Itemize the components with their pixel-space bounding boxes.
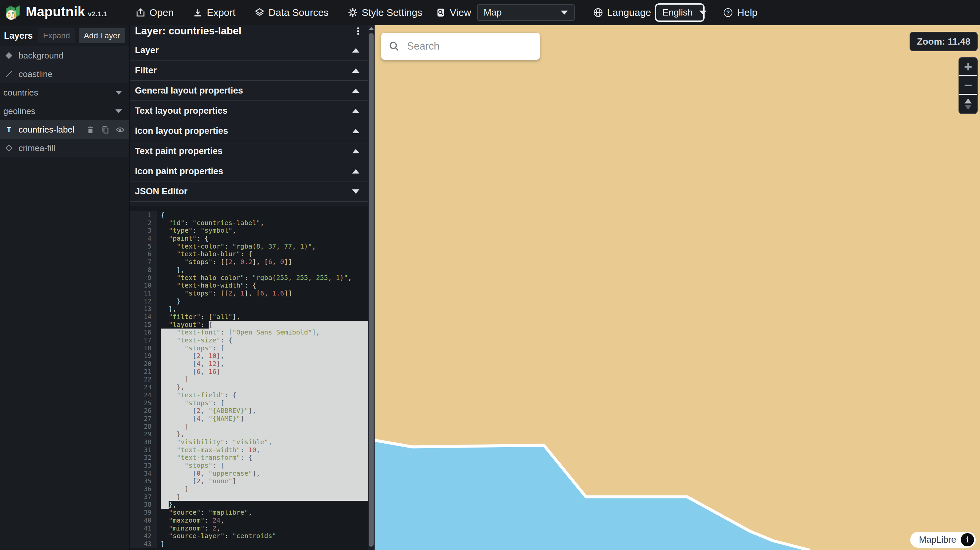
section-icon-paint-properties[interactable]: Icon paint properties xyxy=(130,161,368,181)
duplicate-layer-button[interactable] xyxy=(101,125,110,134)
language-select[interactable]: English xyxy=(655,3,705,22)
menu-item-export[interactable]: Export xyxy=(193,7,235,18)
svg-text:T: T xyxy=(6,125,11,134)
line-number: 26 xyxy=(130,407,157,415)
line-number: 8 xyxy=(130,266,157,274)
chevron-up-icon xyxy=(352,169,360,173)
code-line: 17 "text-size": { xyxy=(130,337,368,344)
language-select-value: English xyxy=(662,7,693,18)
json-editor[interactable]: 1{2 "id": "countries-label",3 "type": "s… xyxy=(130,206,368,550)
section-icon-layout-properties[interactable]: Icon layout properties xyxy=(130,121,368,141)
diamond-fill-icon xyxy=(5,51,13,60)
line-number: 17 xyxy=(130,337,157,344)
line-number: 1 xyxy=(130,211,157,219)
zoom-level-badge: Zoom: 11.48 xyxy=(910,32,978,51)
code-line: 31 "text-max-width": 10, xyxy=(130,446,368,454)
line-number: 21 xyxy=(130,368,157,376)
map-water-shape xyxy=(375,25,980,550)
line-number: 28 xyxy=(130,423,157,431)
pitch-arrows-icon xyxy=(964,99,972,110)
line-number: 39 xyxy=(130,509,157,517)
map-canvas[interactable]: Zoom: 11.48 + − MapLibre i xyxy=(375,25,980,550)
map-zoom-controls: + − xyxy=(959,57,978,114)
inspector-header: Layer: countries-label xyxy=(130,25,368,40)
topbar: Maputnik v2.1.1 OpenExportData SourcesSt… xyxy=(0,0,980,25)
code-line: 26 [2, "{ABBREV}"], xyxy=(130,407,368,415)
layer-item-countries-label[interactable]: Tcountries-label xyxy=(0,120,129,139)
layers-title: Layers xyxy=(4,31,38,41)
layer-item-coastline[interactable]: coastline xyxy=(0,65,129,83)
view-label: View xyxy=(450,7,471,18)
line-number: 31 xyxy=(130,446,157,454)
section-general-layout-properties[interactable]: General layout properties xyxy=(130,81,368,101)
inspector-scrollbar[interactable] xyxy=(368,25,375,550)
chevron-up-icon xyxy=(352,68,360,73)
brand[interactable]: Maputnik v2.1.1 xyxy=(0,4,99,21)
help-item[interactable]: ? Help xyxy=(723,7,757,18)
menu-item-open[interactable]: Open xyxy=(135,7,173,18)
layer-item-label: background xyxy=(19,51,125,61)
view-select-value: Map xyxy=(484,7,501,18)
maputnik-app: Maputnik v2.1.1 OpenExportData SourcesSt… xyxy=(0,0,980,550)
line-number: 40 xyxy=(130,517,157,525)
section-filter[interactable]: Filter xyxy=(130,60,368,81)
section-json-editor[interactable]: JSON Editor xyxy=(130,181,368,202)
scrollbar-up-arrow-icon[interactable] xyxy=(368,25,375,30)
menu-item-style-settings[interactable]: Style Settings xyxy=(348,7,422,18)
section-text-paint-properties[interactable]: Text paint properties xyxy=(130,141,368,161)
layer-item-crimea-fill[interactable]: crimea-fill xyxy=(0,139,129,157)
brand-name: Maputnik xyxy=(26,4,85,19)
line-number: 37 xyxy=(130,493,157,501)
code-line: 25 "stops": [ xyxy=(130,399,368,407)
layer-actions xyxy=(86,125,125,134)
info-icon[interactable]: i xyxy=(961,533,974,546)
search-input[interactable] xyxy=(406,40,533,52)
zoom-in-button[interactable]: + xyxy=(959,58,977,76)
menu-item-data-sources[interactable]: Data Sources xyxy=(255,7,329,18)
language-group: Language English xyxy=(593,3,705,22)
delete-layer-button[interactable] xyxy=(86,125,95,134)
line-number: 12 xyxy=(130,297,157,305)
view-select[interactable]: Map xyxy=(477,4,574,21)
code-line: 41 "minzoom": 2, xyxy=(130,525,368,533)
line-number: 4 xyxy=(130,235,157,243)
section-layer[interactable]: Layer xyxy=(130,40,368,60)
chevron-up-icon xyxy=(352,89,360,93)
code-line: 27 [4, "{NAME}"] xyxy=(130,415,368,423)
line-number: 33 xyxy=(130,462,157,470)
topbar-right: View Map Language English xyxy=(436,3,757,22)
code-line: 43} xyxy=(130,540,368,548)
layer-group-geolines[interactable]: geolines xyxy=(0,102,129,120)
layer-group-label: countries xyxy=(3,87,115,98)
compass-pitch-button[interactable] xyxy=(959,95,977,113)
line-number: 16 xyxy=(130,329,157,337)
code-line: 28 ] xyxy=(130,423,368,431)
view-icon xyxy=(436,8,446,17)
layer-item-background[interactable]: background xyxy=(0,46,129,65)
menu-item-label: Data Sources xyxy=(269,7,329,18)
help-icon: ? xyxy=(723,8,733,17)
code-line: 34 [0, "uppercase"], xyxy=(130,470,368,478)
menu-item-label: Export xyxy=(207,7,235,18)
add-layer-button[interactable]: Add Layer xyxy=(79,28,125,43)
code-line: 38 }, xyxy=(130,501,368,509)
inspector-title: Layer: countries-label xyxy=(135,25,241,37)
zoom-out-button[interactable]: − xyxy=(959,76,977,95)
layer-menu-button[interactable] xyxy=(353,27,363,37)
layer-item-label: countries-label xyxy=(19,125,86,135)
line-number: 25 xyxy=(130,399,157,407)
layer-group-countries[interactable]: countries xyxy=(0,83,129,102)
svg-text:?: ? xyxy=(726,9,730,16)
line-number: 9 xyxy=(130,274,157,282)
section-text-layout-properties[interactable]: Text layout properties xyxy=(130,101,368,121)
toggle-visibility-button[interactable] xyxy=(116,125,125,134)
brand-version: v2.1.1 xyxy=(88,10,107,18)
scrollbar-thumb[interactable] xyxy=(369,33,374,547)
gear-icon xyxy=(348,8,358,17)
code-line: 11 "stops": [[2, 1], [6, 1.6]] xyxy=(130,289,368,297)
expand-button[interactable]: Expand xyxy=(38,28,75,43)
chevron-up-icon xyxy=(352,129,360,133)
chevron-up-icon xyxy=(352,48,360,52)
code-line: 9 "text-halo-color": "rgba(255, 255, 255… xyxy=(130,274,368,282)
code-line: 7 "stops": [[2, 0.2], [6, 0]] xyxy=(130,258,368,266)
